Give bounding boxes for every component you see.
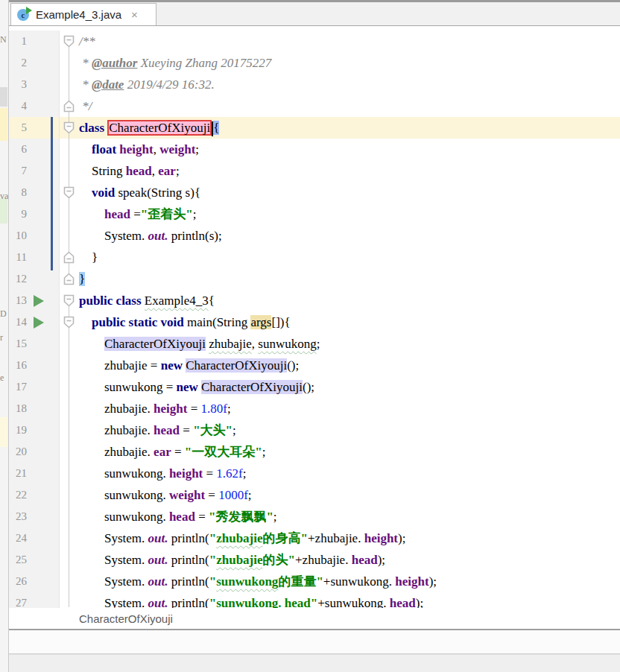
line-number[interactable]: 3: [9, 74, 28, 95]
code-text[interactable]: void speak(String s){: [79, 182, 200, 203]
code-text[interactable]: */: [79, 95, 92, 117]
code-text[interactable]: System. out. println("zhubajie的头"+zhubaj…: [79, 549, 385, 571]
line-number[interactable]: 25: [9, 549, 28, 571]
code-text[interactable]: zhubajie. height = 1.80f;: [79, 398, 231, 419]
code-line[interactable]: 20 zhubajie. ear = "一双大耳朵";: [9, 441, 620, 463]
line-number[interactable]: 18: [9, 398, 28, 419]
code-line[interactable]: 13public class Example4_3{: [9, 290, 620, 311]
code-line[interactable]: 3 * @date 2019/4/29 16:32.: [9, 74, 620, 95]
code-text[interactable]: System. out. println("sunwukong. head"+s…: [79, 592, 423, 608]
code-text[interactable]: sunwukong. head = "秀发飘飘";: [79, 506, 277, 527]
breadcrumb[interactable]: CharacterOfXiyouji: [9, 608, 620, 630]
fold-column: [60, 463, 79, 484]
fold-end-icon[interactable]: [63, 273, 75, 285]
code-line[interactable]: 14 public static void main(String args[]…: [9, 311, 620, 333]
code-text[interactable]: }: [79, 268, 85, 290]
line-number[interactable]: 23: [9, 506, 28, 527]
code-line[interactable]: 9 head ="歪着头";: [9, 203, 620, 225]
code-line[interactable]: 23 sunwukong. head = "秀发飘飘";: [9, 506, 620, 527]
line-number[interactable]: 20: [9, 441, 28, 463]
code-text[interactable]: float height, weight;: [79, 139, 199, 160]
code-text[interactable]: sunwukong. weight = 1000f;: [79, 484, 252, 506]
code-line[interactable]: 2 * @author Xueying Zhang 20175227: [9, 52, 620, 74]
code-line[interactable]: 11 }: [9, 247, 620, 268]
fold-start-icon[interactable]: [63, 121, 75, 134]
code-text[interactable]: * @author Xueying Zhang 20175227: [79, 52, 271, 74]
code-text[interactable]: public static void main(String args[]){: [79, 311, 291, 333]
line-number[interactable]: 1: [9, 31, 28, 52]
tab-example4-3[interactable]: c Example4_3.java ×: [10, 3, 156, 25]
code-line[interactable]: 16 zhubajie = new CharacterOfXiyouji();: [9, 355, 620, 376]
code-text[interactable]: zhubajie. head = "大头";: [79, 419, 236, 441]
gutter: [28, 74, 60, 95]
line-number[interactable]: 24: [9, 527, 28, 549]
close-icon[interactable]: ×: [131, 8, 138, 21]
code-text[interactable]: System. out. println("zhubajie的身高"+zhuba…: [79, 527, 405, 549]
line-number[interactable]: 9: [9, 203, 28, 225]
line-number[interactable]: 14: [9, 311, 28, 333]
fold-start-icon[interactable]: [63, 294, 75, 307]
line-number[interactable]: 2: [9, 52, 28, 74]
line-number[interactable]: 13: [9, 290, 28, 311]
breadcrumb-item[interactable]: CharacterOfXiyouji: [79, 612, 173, 625]
line-number[interactable]: 17: [9, 376, 28, 398]
code-line[interactable]: 12}: [9, 268, 620, 290]
line-number[interactable]: 8: [9, 182, 28, 203]
code-text[interactable]: CharacterOfXiyouji zhubajie, sunwukong;: [79, 333, 320, 355]
code-line[interactable]: 25 System. out. println("zhubajie的头"+zhu…: [9, 549, 620, 571]
code-text[interactable]: head ="歪着头";: [79, 203, 196, 225]
code-text[interactable]: zhubajie = new CharacterOfXiyouji();: [79, 355, 299, 376]
line-number[interactable]: 21: [9, 463, 28, 484]
code-text[interactable]: sunwukong = new CharacterOfXiyouji();: [79, 376, 314, 398]
fold-start-icon[interactable]: [63, 35, 75, 48]
code-text[interactable]: System. out. println(s);: [79, 225, 222, 247]
code-line[interactable]: 19 zhubajie. head = "大头";: [9, 419, 620, 441]
line-number[interactable]: 11: [9, 247, 28, 268]
line-number[interactable]: 15: [9, 333, 28, 355]
code-line[interactable]: 24 System. out. println("zhubajie的身高"+zh…: [9, 527, 620, 549]
code-text[interactable]: /**: [79, 31, 95, 52]
code-line[interactable]: 15 CharacterOfXiyouji zhubajie, sunwukon…: [9, 333, 620, 355]
code-line[interactable]: 22 sunwukong. weight = 1000f;: [9, 484, 620, 506]
code-line[interactable]: 8 void speak(String s){: [9, 182, 620, 203]
code-line[interactable]: 7 String head, ear;: [9, 160, 620, 182]
line-number[interactable]: 5: [9, 117, 28, 139]
code-text[interactable]: zhubajie. ear = "一双大耳朵";: [79, 441, 265, 463]
line-number[interactable]: 6: [9, 139, 28, 160]
gutter: [28, 441, 60, 463]
line-number[interactable]: 12: [9, 268, 28, 290]
run-icon[interactable]: [34, 317, 44, 329]
code-area[interactable]: 1/**2 * @author Xueying Zhang 201752273 …: [9, 26, 620, 608]
code-line[interactable]: 1/**: [9, 31, 620, 52]
code-text[interactable]: public class Example4_3{: [79, 290, 215, 311]
code-line[interactable]: 4 */: [9, 95, 620, 117]
line-number[interactable]: 19: [9, 419, 28, 441]
line-number[interactable]: 10: [9, 225, 28, 247]
fold-end-icon[interactable]: [63, 251, 75, 264]
code-line[interactable]: 27 System. out. println("sunwukong. head…: [9, 592, 620, 608]
fold-end-icon[interactable]: [63, 100, 75, 112]
code-text[interactable]: class CharacterOfXiyouji{: [79, 117, 219, 139]
line-number[interactable]: 26: [9, 571, 28, 592]
code-editor[interactable]: 1/**2 * @author Xueying Zhang 201752273 …: [9, 26, 620, 608]
code-text[interactable]: * @date 2019/4/29 16:32.: [79, 74, 215, 95]
code-line[interactable]: 6 float height, weight;: [9, 139, 620, 160]
code-line[interactable]: 21 sunwukong. height = 1.62f;: [9, 463, 620, 484]
code-text[interactable]: }: [79, 247, 98, 268]
line-number[interactable]: 4: [9, 95, 28, 117]
code-line[interactable]: 17 sunwukong = new CharacterOfXiyouji();: [9, 376, 620, 398]
code-text[interactable]: System. out. println("sunwukong的重量"+sunw…: [79, 571, 437, 592]
fold-start-icon[interactable]: [63, 186, 75, 199]
code-line[interactable]: 18 zhubajie. height = 1.80f;: [9, 398, 620, 419]
code-line[interactable]: 26 System. out. println("sunwukong的重量"+s…: [9, 571, 620, 592]
code-text[interactable]: sunwukong. height = 1.62f;: [79, 463, 247, 484]
run-icon[interactable]: [34, 295, 44, 307]
code-line[interactable]: 5class CharacterOfXiyouji{: [9, 117, 620, 139]
code-text[interactable]: String head, ear;: [79, 160, 180, 182]
line-number[interactable]: 27: [9, 592, 28, 608]
fold-start-icon[interactable]: [63, 316, 75, 329]
code-line[interactable]: 10 System. out. println(s);: [9, 225, 620, 247]
line-number[interactable]: 16: [9, 355, 28, 376]
line-number[interactable]: 7: [9, 160, 28, 182]
line-number[interactable]: 22: [9, 484, 28, 506]
